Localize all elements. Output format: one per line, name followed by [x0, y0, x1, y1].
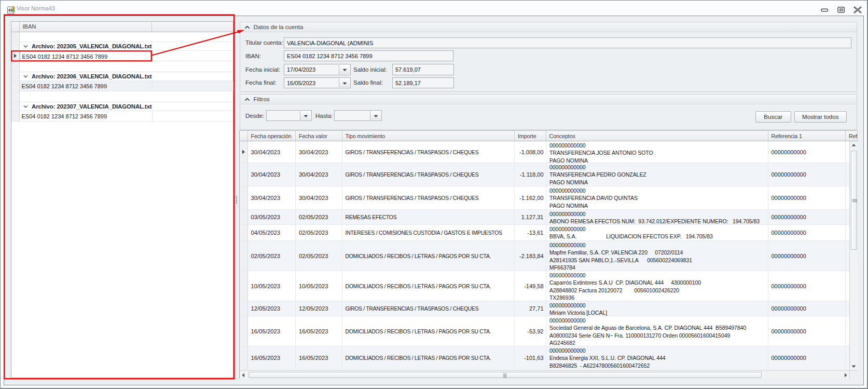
tree-group-row[interactable]: Archivo: 202305_VALENCIA_DIAGONAL.txt — [11, 42, 233, 51]
cell-conceptos[interactable]: 000000000000 TRANSFERENCIA DAVID QUINTAS… — [546, 186, 768, 209]
cell-importe[interactable]: -2.183,84 — [515, 241, 546, 271]
cell-referencia2[interactable] — [846, 225, 849, 240]
fecha-inicial-dropdown-button[interactable] — [339, 65, 350, 74]
column-header[interactable]: Fecha valor — [296, 131, 342, 141]
buscar-button[interactable]: Buscar — [755, 111, 791, 123]
cell-conceptos[interactable]: 000000000000 Miriam Victoria [LOCAL] — [546, 301, 768, 316]
fecha-final-combo[interactable]: 16/05/2023 — [284, 77, 351, 89]
cell-fecha-valor[interactable]: 10/05/2023 — [296, 271, 342, 301]
cell-fecha-operacion[interactable]: 03/05/2023 — [248, 210, 296, 224]
tree-iban-row[interactable]: ES04 0182 1234 8712 3456 7899 — [11, 111, 233, 122]
transaction-row[interactable]: 16/05/202316/05/2023DOMICILIADOS / RECIB… — [240, 346, 849, 370]
cell-fecha-operacion[interactable]: 12/05/2023 — [248, 301, 296, 316]
filters-groupbox-header[interactable]: Filtros — [240, 95, 857, 104]
cell-fecha-operacion[interactable]: 10/05/2023 — [248, 271, 296, 301]
cell-importe[interactable]: -101,63 — [515, 346, 546, 369]
cell-tipo-movimiento[interactable]: GIROS / TRANSFERENCIAS / TRASPASOS / CHE… — [342, 141, 515, 163]
cell-fecha-valor[interactable]: 30/04/2023 — [296, 141, 342, 163]
scroll-down-button[interactable] — [850, 362, 858, 370]
column-header[interactable]: Conceptos — [546, 131, 768, 141]
saldo-inicial-field[interactable]: 57.619,07 — [392, 64, 454, 75]
tree-empty-cell[interactable] — [152, 51, 233, 61]
cell-referencia1[interactable]: 00000000000 — [768, 271, 846, 301]
vertical-scrollbar[interactable] — [849, 141, 858, 370]
cell-fecha-operacion[interactable]: 02/05/2023 — [248, 241, 296, 271]
cell-importe[interactable]: 1.127,31 — [515, 210, 546, 224]
cell-fecha-operacion[interactable]: 30/04/2023 — [248, 141, 296, 163]
cell-referencia2[interactable] — [846, 346, 849, 369]
desde-combo[interactable] — [266, 110, 312, 121]
titular-field[interactable]: VALENCIA-DIAGONAL (ADMINIS — [284, 37, 851, 48]
cell-referencia1[interactable]: 00000000000 — [768, 163, 846, 186]
cell-importe[interactable]: -1.008,00 — [515, 141, 546, 163]
iban-field[interactable]: ES04 0182 1234 8712 3456 7899 — [284, 50, 453, 61]
cell-importe[interactable]: -1.162,00 — [515, 186, 546, 209]
tree-iban-cell[interactable]: ES04 0182 1234 8712 3456 7899 — [20, 111, 153, 121]
cell-referencia1[interactable]: 00000000000 — [768, 225, 846, 240]
cell-referencia2[interactable] — [846, 301, 849, 316]
hasta-combo[interactable] — [334, 110, 382, 121]
tree-empty-cell[interactable] — [152, 111, 233, 121]
cell-referencia2[interactable] — [846, 210, 849, 224]
cell-tipo-movimiento[interactable]: DOMICILIADOS / RECIBOS / LETRAS / PAGOS … — [342, 316, 515, 346]
scroll-up-button[interactable] — [850, 141, 858, 150]
column-header[interactable]: Referencia 1 — [768, 131, 846, 141]
transaction-row[interactable]: 16/05/202316/05/2023DOMICILIADOS / RECIB… — [240, 316, 849, 346]
cell-tipo-movimiento[interactable]: DOMICILIADOS / RECIBOS / LETRAS / PAGOS … — [342, 346, 515, 369]
cell-tipo-movimiento[interactable]: GIROS / TRANSFERENCIAS / TRASPASOS / CHE… — [342, 163, 515, 186]
cell-fecha-valor[interactable]: 30/04/2023 — [296, 186, 342, 209]
cell-importe[interactable]: -53,92 — [515, 316, 546, 346]
transaction-row[interactable]: 30/04/202330/04/2023GIROS / TRANSFERENCI… — [240, 141, 849, 163]
cell-fecha-valor[interactable]: 02/05/2023 — [296, 225, 342, 240]
restore-button[interactable] — [837, 6, 846, 14]
transaction-row[interactable]: 02/05/202302/05/2023DOMICILIADOS / RECIB… — [240, 241, 849, 271]
transaction-row[interactable]: 12/05/202312/05/2023GIROS / TRANSFERENCI… — [240, 301, 849, 316]
splitter-grip[interactable] — [236, 196, 238, 204]
cell-conceptos[interactable]: 000000000000 Caparrós Extintores S.A.U C… — [546, 271, 768, 301]
cell-conceptos[interactable]: 000000000000 TRANSFERENCIA PEDRO GONZALE… — [546, 163, 768, 186]
cell-referencia1[interactable]: 00000000000 — [768, 141, 846, 163]
cell-referencia1[interactable]: 00000000000 — [768, 316, 846, 346]
cell-fecha-valor[interactable]: 12/05/2023 — [296, 301, 342, 316]
desde-dropdown-button[interactable] — [300, 111, 311, 120]
cell-tipo-movimiento[interactable]: DOMICILIADOS / RECIBOS / LETRAS / PAGOS … — [342, 241, 515, 271]
cell-conceptos[interactable]: 000000000000 TRANSFERENCIA JOSE ANTONIO … — [546, 141, 768, 163]
transaction-row[interactable]: 30/04/202330/04/2023GIROS / TRANSFERENCI… — [240, 163, 849, 186]
account-groupbox-header[interactable]: Datos de la cuenta — [240, 22, 857, 32]
cell-referencia2[interactable] — [846, 271, 849, 301]
transaction-row[interactable]: 03/05/202302/05/2023REMESAS EFECTOS1.127… — [240, 210, 849, 225]
cell-fecha-operacion[interactable]: 30/04/2023 — [248, 186, 296, 209]
minimize-button[interactable] — [821, 6, 829, 14]
transaction-row[interactable]: 04/05/202302/05/2023INTERESES / COMISION… — [240, 225, 849, 241]
tree-iban-cell[interactable]: ES04 0182 1234 8712 3456 7899 — [20, 81, 153, 91]
cell-referencia1[interactable]: 00000000000 — [768, 210, 846, 224]
horizontal-scrollbar[interactable] — [240, 370, 849, 379]
transaction-row[interactable]: 10/05/202310/05/2023DOMICILIADOS / RECIB… — [240, 271, 849, 301]
cell-fecha-valor[interactable]: 02/05/2023 — [296, 210, 342, 224]
fecha-final-dropdown-button[interactable] — [339, 78, 350, 88]
cell-fecha-operacion[interactable]: 30/04/2023 — [248, 163, 296, 186]
scroll-right-arrow-icon[interactable] — [844, 373, 848, 378]
tree-empty-cell[interactable] — [152, 81, 233, 91]
scroll-left-arrow-icon[interactable] — [241, 373, 245, 378]
cell-referencia2[interactable] — [846, 186, 849, 209]
transaction-row[interactable]: 30/04/202330/04/2023GIROS / TRANSFERENCI… — [240, 186, 849, 210]
cell-conceptos[interactable]: 000000000000 Mapfre Familiar, S.A. CP. V… — [546, 241, 768, 271]
mostrar-todos-button[interactable]: Mostrar todos — [794, 111, 847, 123]
cell-fecha-operacion[interactable]: 04/05/2023 — [248, 225, 296, 240]
cell-fecha-operacion[interactable]: 16/05/2023 — [248, 316, 296, 346]
vertical-scroll-thumb[interactable] — [851, 151, 857, 250]
cell-conceptos[interactable]: 000000000000 Endesa Energia XXI, S.L.U. … — [546, 346, 768, 369]
tree-iban-row[interactable]: ES04 0182 1234 8712 3456 7899 — [11, 81, 233, 91]
tree-group-row[interactable]: Archivo: 202306_VALENCIA_DIAGONAL.txt — [11, 72, 233, 81]
cell-fecha-operacion[interactable]: 16/05/2023 — [248, 346, 296, 369]
cell-conceptos[interactable]: 000000000000 ABONO REMESA EFECTOS NUM: 9… — [546, 210, 768, 224]
cell-referencia2[interactable] — [846, 141, 849, 163]
cell-referencia2[interactable] — [846, 241, 849, 271]
cell-referencia1[interactable]: 00000000000 — [768, 186, 846, 209]
cell-tipo-movimiento[interactable]: DOMICILIADOS / RECIBOS / LETRAS / PAGOS … — [342, 271, 515, 301]
cell-fecha-valor[interactable]: 30/04/2023 — [296, 163, 342, 186]
cell-tipo-movimiento[interactable]: INTERESES / COMISIONES CUSTODIA / GASTOS… — [342, 225, 515, 240]
cell-referencia1[interactable]: 00000000000 — [768, 346, 846, 369]
close-button[interactable] — [853, 6, 862, 14]
